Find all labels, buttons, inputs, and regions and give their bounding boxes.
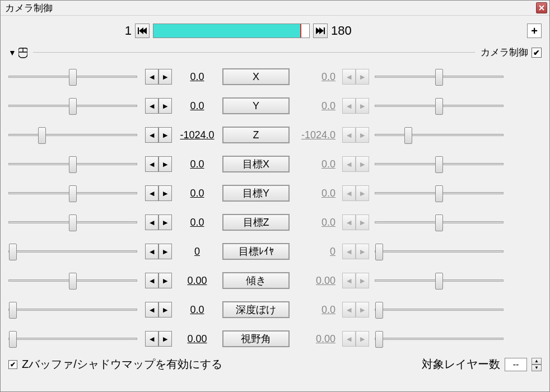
increment-left-button[interactable]: ▶ [159, 127, 172, 143]
value-left[interactable]: 0.00 [172, 275, 222, 287]
param-label-button[interactable]: 目標X [222, 156, 290, 172]
value-left[interactable]: 0.00 [172, 333, 222, 345]
param-label-button[interactable]: 傾き [222, 272, 290, 289]
slider-right[interactable] [375, 191, 504, 195]
timeline-track[interactable] [153, 24, 310, 38]
slider-left[interactable] [8, 104, 137, 108]
add-button[interactable]: + [527, 24, 542, 38]
param-label-button[interactable]: X [222, 68, 290, 85]
decrement-left-button[interactable]: ◀ [145, 331, 159, 347]
value-left[interactable]: 0.0 [172, 217, 222, 228]
value-left[interactable]: 0 [172, 246, 222, 258]
slider-right[interactable] [375, 162, 504, 166]
increment-right-button[interactable]: ▶ [356, 214, 369, 230]
decrement-left-button[interactable]: ◀ [145, 302, 159, 318]
decrement-right-button[interactable]: ◀ [342, 185, 356, 201]
increment-left-button[interactable]: ▶ [159, 331, 172, 347]
decrement-left-button[interactable]: ◀ [145, 156, 159, 172]
value-left[interactable]: -1024.0 [172, 129, 222, 141]
increment-left-button[interactable]: ▶ [159, 156, 172, 172]
decrement-left-button[interactable]: ◀ [145, 214, 159, 230]
value-right[interactable]: 0.0 [290, 188, 338, 199]
param-label-button[interactable]: Y [222, 97, 290, 114]
slider-right[interactable] [375, 307, 504, 312]
slider-left[interactable] [8, 278, 137, 283]
decrement-right-button[interactable]: ◀ [342, 156, 356, 172]
decrement-left-button[interactable]: ◀ [145, 273, 159, 288]
slider-left[interactable] [8, 307, 137, 312]
decrement-left-button[interactable]: ◀ [145, 98, 159, 114]
increment-right-button[interactable]: ▶ [356, 185, 369, 201]
slider-right[interactable] [375, 74, 504, 79]
value-right[interactable]: 0.0 [290, 217, 338, 228]
decrement-right-button[interactable]: ◀ [342, 98, 356, 114]
value-left[interactable]: 0.0 [172, 188, 222, 199]
decrement-right-button[interactable]: ◀ [342, 127, 356, 143]
decrement-right-button[interactable]: ◀ [342, 244, 356, 259]
slider-left[interactable] [8, 191, 137, 195]
increment-left-button[interactable]: ▶ [159, 185, 172, 201]
value-right[interactable]: 0.0 [290, 100, 338, 112]
slider-left[interactable] [8, 337, 137, 341]
slider-left[interactable] [8, 74, 137, 79]
increment-right-button[interactable]: ▶ [356, 302, 369, 318]
increment-right-button[interactable]: ▶ [356, 156, 369, 172]
param-label-button[interactable]: Z [222, 127, 290, 143]
value-left[interactable]: 0.0 [172, 158, 222, 170]
decrement-left-button[interactable]: ◀ [145, 69, 159, 85]
decrement-right-button[interactable]: ◀ [342, 214, 356, 230]
param-label-button[interactable]: 目標Y [222, 185, 290, 202]
value-right[interactable]: 0.00 [290, 333, 338, 345]
layer-down-button[interactable]: ▼ [532, 365, 542, 371]
increment-right-button[interactable]: ▶ [356, 69, 369, 85]
slider-right[interactable] [375, 133, 504, 137]
slider-left[interactable] [8, 249, 137, 254]
increment-left-button[interactable]: ▶ [159, 214, 172, 230]
slider-right[interactable] [375, 278, 504, 283]
decrement-right-button[interactable]: ◀ [342, 302, 356, 318]
increment-right-button[interactable]: ▶ [356, 98, 369, 114]
slider-left[interactable] [8, 162, 137, 166]
decrement-right-button[interactable]: ◀ [342, 331, 356, 347]
decrement-right-button[interactable]: ◀ [342, 69, 356, 85]
slider-left[interactable] [8, 133, 137, 137]
slider-right[interactable] [375, 249, 504, 254]
slider-left[interactable] [8, 220, 137, 225]
decrement-left-button[interactable]: ◀ [145, 127, 159, 143]
param-label-button[interactable]: 目標ﾚｲﾔ [222, 243, 290, 260]
value-right[interactable]: 0.0 [290, 71, 338, 83]
increment-left-button[interactable]: ▶ [159, 98, 172, 114]
collapse-toggle[interactable]: ▼ [8, 48, 16, 57]
value-left[interactable]: 0.0 [172, 71, 222, 83]
param-label-button[interactable]: 深度ぼけ [222, 301, 290, 318]
param-label-button[interactable]: 目標Z [222, 214, 290, 231]
camera-control-checkbox[interactable]: ✔ [532, 48, 542, 58]
titlebar[interactable]: カメラ制御 [1, 1, 549, 16]
increment-left-button[interactable]: ▶ [159, 69, 172, 85]
value-right[interactable]: -1024.0 [290, 129, 338, 141]
value-left[interactable]: 0.0 [172, 100, 222, 112]
increment-left-button[interactable]: ▶ [159, 244, 172, 259]
increment-left-button[interactable]: ▶ [159, 302, 172, 318]
decrement-left-button[interactable]: ◀ [145, 185, 159, 201]
value-left[interactable]: 0.0 [172, 304, 222, 316]
layer-up-button[interactable]: ▲ [532, 358, 542, 365]
seek-end-button[interactable] [313, 24, 328, 38]
target-layer-input[interactable]: -- [505, 358, 527, 371]
increment-right-button[interactable]: ▶ [356, 331, 369, 347]
decrement-right-button[interactable]: ◀ [342, 273, 356, 288]
close-button[interactable] [536, 2, 547, 13]
zbuffer-checkbox[interactable]: ✔ [8, 360, 17, 369]
param-label-button[interactable]: 視野角 [222, 330, 290, 347]
slider-right[interactable] [375, 220, 504, 225]
increment-right-button[interactable]: ▶ [356, 127, 369, 143]
slider-right[interactable] [375, 104, 504, 108]
increment-right-button[interactable]: ▶ [356, 273, 369, 288]
value-right[interactable]: 0.00 [290, 275, 338, 287]
value-right[interactable]: 0 [290, 246, 338, 258]
increment-left-button[interactable]: ▶ [159, 273, 172, 288]
slider-right[interactable] [375, 337, 504, 341]
value-right[interactable]: 0.0 [290, 304, 338, 316]
decrement-left-button[interactable]: ◀ [145, 244, 159, 259]
increment-right-button[interactable]: ▶ [356, 244, 369, 259]
